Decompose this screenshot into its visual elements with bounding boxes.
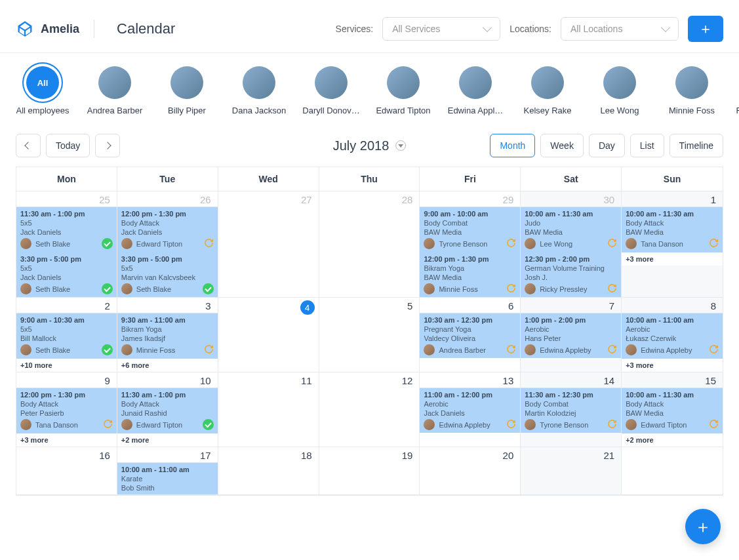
avatar: All [26,66,59,99]
day-header: Mon [16,167,117,191]
calendar-event[interactable]: 3:30 pm - 5:00 pm5x5Marvin van Kalcvsbee… [117,252,218,297]
today-button[interactable]: Today [46,134,90,157]
calendar-cell[interactable]: 29:00 am - 10:30 am5x5Bill MallockSeth B… [16,298,117,372]
month-selector[interactable]: July 2018 [333,138,407,153]
employee-filter[interactable]: Edwina Appl… [449,66,502,115]
employee-avatar-icon [424,238,435,249]
calendar-cell[interactable]: 27 [218,191,319,298]
day-headers: MonTueWedThuFriSatSun [16,167,723,191]
calendar-event[interactable]: 11:00 am - 12:00 pmAerobicJack DanielsEd… [420,388,520,433]
calendar-cell[interactable]: 2612:00 pm - 1:30 pmBody AttackJack Dani… [117,191,218,298]
event-employee: Tana Danson [641,240,705,248]
calendar-cell[interactable]: 610:30 am - 12:30 pmPregnant YogaValdecy… [420,298,521,372]
view-month[interactable]: Month [490,134,535,157]
calendar-event[interactable]: 10:00 am - 11:30 amBody AttackBAW MediaT… [622,207,723,252]
view-list[interactable]: List [630,134,664,157]
refresh-icon [709,419,719,430]
event-time: 11:30 am - 1:00 pm [20,210,113,218]
event-subtitle: BAW Media [626,409,719,417]
calendar-event[interactable]: 10:00 am - 11:00 amKarateBob Smith [117,463,218,494]
locations-select[interactable]: All Locations [561,17,679,41]
calendar-event[interactable]: 9:00 am - 10:30 am5x5Bill MallockSeth Bl… [16,313,117,359]
calendar-event[interactable]: 3:30 pm - 5:00 pm5x5Jack DanielsSeth Bla… [16,252,117,297]
calendar-event[interactable]: 10:00 am - 11:00 amAerobicŁukasz Czerwik… [622,313,723,359]
event-title: Body Combat [525,400,617,408]
calendar-cell[interactable]: 810:00 am - 11:00 amAerobicŁukasz Czerwi… [622,298,723,372]
event-employee: Edwina Appleby [439,421,502,429]
date-number: 29 [420,191,520,207]
employee-filter[interactable]: Kelsey Rake [521,66,574,115]
calendar-cell[interactable] [622,447,723,495]
calendar-event[interactable]: 11:30 am - 1:00 pmBody AttackJunaid Rash… [117,388,218,433]
event-title: Body Attack [20,400,113,408]
calendar-event[interactable]: 10:00 am - 11:30 amJudoBAW MediaLee Wong [521,207,621,252]
calendar-event[interactable]: 9:30 am - 11:00 amBikram YogaJames Ikads… [117,313,218,359]
calendar-cell[interactable]: 912:00 pm - 1:30 pmBody AttackPeter Pasi… [16,372,117,447]
more-events-link[interactable]: +2 more [117,433,218,447]
calendar-cell[interactable]: 299:00 am - 10:00 amBody CombatBAW Media… [420,191,521,298]
refresh-icon [103,419,113,430]
calendar-cell[interactable]: 71:00 pm - 2:00 pmAerobicHans PeterEdwin… [521,298,622,372]
calendar-cell[interactable]: 1710:00 am - 11:00 amKarateBob Smith [117,447,218,495]
view-week[interactable]: Week [540,134,584,157]
event-time: 10:00 am - 11:30 am [626,210,719,218]
calendar-event[interactable]: 1:00 pm - 2:00 pmAerobicHans PeterEdwina… [521,313,621,358]
more-events-link[interactable]: +6 more [117,359,218,372]
more-events-link[interactable]: +3 more [16,433,117,447]
calendar-event[interactable]: 12:00 pm - 1:30 pmBody AttackPeter Pasie… [16,388,117,433]
calendar-event[interactable]: 9:00 am - 10:00 amBody CombatBAW MediaTy… [420,207,520,252]
calendar-cell[interactable]: 20 [420,447,521,495]
more-events-link[interactable]: +3 more [622,252,723,266]
employee-filter[interactable]: Daryll Donov… [304,66,358,115]
employee-filter[interactable]: Minnie Foss [665,66,719,115]
calendar-cell[interactable]: 2511:30 am - 1:00 pm5x5Jack DanielsSeth … [16,191,117,298]
calendar-cell[interactable]: 19 [319,447,420,495]
calendar-event[interactable]: 12:00 pm - 1:30 pmBikram YogaBAW MediaMi… [420,252,520,297]
event-subtitle: Bill Mallock [20,334,113,342]
date-number: 14 [521,372,621,388]
more-events-link[interactable]: +3 more [622,359,723,372]
chevron-down-icon [483,23,492,32]
event-employee: Andrea Barber [439,346,502,354]
calendar-cell[interactable]: 21 [521,447,622,495]
calendar-cell[interactable]: 1311:00 am - 12:00 pmAerobicJack Daniels… [420,372,521,447]
calendar-event[interactable]: 11:30 am - 12:30 pmBody CombatMartin Kol… [521,388,621,433]
employee-filter[interactable]: Andrea Barber [88,66,142,115]
calendar-event[interactable]: 12:30 pm - 2:00 pmGerman Volume Training… [521,252,621,297]
services-select[interactable]: All Services [382,17,500,41]
fab-add-button[interactable]: ＋ [685,509,721,544]
calendar-cell[interactable]: 110:00 am - 11:30 amBody AttackBAW Media… [622,191,723,298]
calendar-event[interactable]: 10:00 am - 11:30 amBody AttackBAW MediaE… [622,388,723,433]
employee-filter[interactable]: Lee Wong [593,66,647,115]
calendar-cell[interactable]: 18 [218,447,319,495]
event-title: Body Attack [626,400,719,408]
view-day[interactable]: Day [589,134,625,157]
calendar-event[interactable]: 12:00 pm - 1:30 pmBody AttackJack Daniel… [117,207,218,252]
next-button[interactable] [95,134,120,157]
calendar-cell[interactable]: 39:30 am - 11:00 amBikram YogaJames Ikad… [117,298,218,372]
event-title: Judo [525,219,617,227]
calendar-cell[interactable]: 1411:30 am - 12:30 pmBody CombatMartin K… [521,372,622,447]
calendar-cell[interactable]: 28 [319,191,420,298]
employee-filter[interactable]: Edward Tipton [376,66,430,115]
calendar-event[interactable]: 11:30 am - 1:00 pm5x5Jack DanielsSeth Bl… [16,207,117,252]
calendar-cell[interactable]: 3010:00 am - 11:30 amJudoBAW MediaLee Wo… [521,191,622,298]
refresh-icon [506,344,516,355]
employee-avatar-icon [424,283,435,294]
more-events-link[interactable]: +2 more [622,433,723,447]
view-timeline[interactable]: Timeline [669,134,723,157]
calendar-cell[interactable]: 16 [16,447,117,495]
calendar-cell[interactable]: 1510:00 am - 11:30 amBody AttackBAW Medi… [622,372,723,447]
calendar-cell[interactable]: 12 [319,372,420,447]
calendar-cell[interactable]: 1011:30 am - 1:00 pmBody AttackJunaid Ra… [117,372,218,447]
employee-filter[interactable]: Dana Jackson [232,66,286,115]
employee-filter[interactable]: Billy Piper [160,66,214,115]
prev-button[interactable] [16,134,41,157]
add-button[interactable]: ＋ [688,16,723,42]
more-events-link[interactable]: +10 more [16,359,117,372]
calendar-cell[interactable]: 4 [218,298,319,372]
calendar-cell[interactable]: 5 [319,298,420,372]
calendar-event[interactable]: 10:30 am - 12:30 pmPregnant YogaValdecy … [420,313,520,358]
employee-filter[interactable]: AllAll employees [16,66,70,115]
calendar-cell[interactable]: 11 [218,372,319,447]
